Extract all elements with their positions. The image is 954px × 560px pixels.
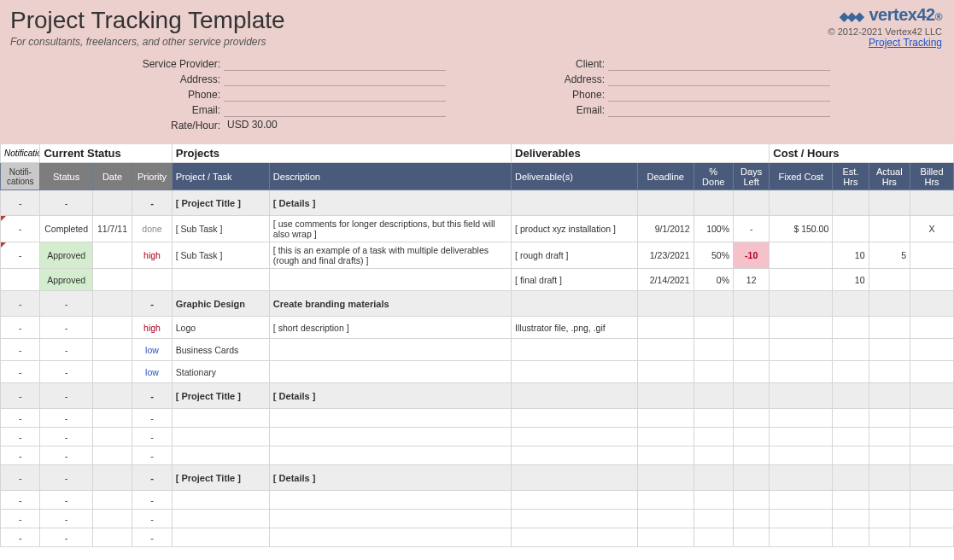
cell-status[interactable]: - [40,510,92,528]
cell-fixed-cost[interactable] [770,528,833,547]
cell-deadline[interactable] [637,383,694,409]
cell-priority[interactable]: high [132,242,173,269]
cell-deliverable[interactable] [512,339,638,361]
cell-date[interactable] [92,317,132,339]
cell-fixed-cost[interactable]: $ 150.00 [770,216,833,242]
cell-deadline[interactable] [637,428,694,446]
cell-description[interactable]: [ use comments for longer descriptions, … [269,216,511,242]
cell-actual-hrs[interactable] [869,491,910,510]
col-date[interactable]: Date [92,163,132,190]
cell-fixed-cost[interactable] [770,339,833,361]
cell-billed-hrs[interactable] [910,269,954,291]
cell-description[interactable] [269,428,511,446]
cell-notification[interactable]: - [1,190,40,216]
cell-days-left[interactable] [733,361,769,383]
cell-deadline[interactable]: 1/23/2021 [637,242,694,269]
col-fixed-cost[interactable]: Fixed Cost [770,163,833,190]
cell-pct-done[interactable]: 100% [694,216,733,242]
cell-notification[interactable] [1,269,40,291]
cell-billed-hrs[interactable] [910,317,954,339]
cell-days-left[interactable] [733,528,769,547]
cell-date[interactable] [92,446,132,465]
cell-deliverable[interactable] [512,291,638,317]
cell-days-left[interactable]: -10 [733,242,769,269]
cell-pct-done[interactable] [694,510,733,528]
cell-actual-hrs[interactable] [869,269,910,291]
cell-fixed-cost[interactable] [770,317,833,339]
cell-deliverable[interactable] [512,510,638,528]
cell-task[interactable] [172,446,269,465]
cell-actual-hrs[interactable] [869,291,910,317]
cell-status[interactable]: - [40,383,92,409]
cell-actual-hrs[interactable] [869,339,910,361]
cell-date[interactable] [92,190,132,216]
cell-status[interactable]: - [40,291,92,317]
cell-billed-hrs[interactable] [910,242,954,269]
cell-description[interactable]: [ Details ] [269,383,511,409]
cell-est-hrs[interactable] [833,446,869,465]
info-value[interactable] [608,57,830,71]
info-value[interactable] [224,57,446,71]
cell-pct-done[interactable] [694,446,733,465]
cell-deadline[interactable] [637,510,694,528]
cell-date[interactable] [92,510,132,528]
cell-days-left[interactable] [733,339,769,361]
cell-status[interactable]: - [40,190,92,216]
cell-description[interactable] [269,409,511,428]
cell-task[interactable]: Business Cards [172,339,269,361]
cell-date[interactable] [92,428,132,446]
cell-deliverable[interactable] [512,428,638,446]
cell-est-hrs[interactable] [833,465,869,491]
cell-days-left[interactable] [733,383,769,409]
cell-days-left[interactable] [733,446,769,465]
cell-est-hrs[interactable] [833,409,869,428]
cell-days-left[interactable] [733,409,769,428]
cell-description[interactable]: [ this is an example of a task with mult… [269,242,511,269]
cell-est-hrs[interactable]: 10 [833,242,869,269]
cell-fixed-cost[interactable] [770,510,833,528]
cell-deliverable[interactable]: Illustrator file, .png, .gif [512,317,638,339]
cell-notification[interactable]: - [1,510,40,528]
cell-status[interactable]: Approved [40,269,92,291]
cell-actual-hrs[interactable] [869,317,910,339]
cell-notification[interactable]: - [1,528,40,547]
cell-deliverable[interactable] [512,465,638,491]
cell-task[interactable] [172,269,269,291]
cell-est-hrs[interactable] [833,339,869,361]
cell-actual-hrs[interactable] [869,216,910,242]
cell-task[interactable]: Stationary [172,361,269,383]
info-value[interactable] [608,73,830,86]
cell-fixed-cost[interactable] [770,190,833,216]
col-pct-done[interactable]: % Done [694,163,733,190]
cell-actual-hrs[interactable] [869,446,910,465]
cell-est-hrs[interactable] [833,383,869,409]
cell-notification[interactable]: - [1,216,40,242]
cell-priority[interactable]: low [132,361,173,383]
cell-priority[interactable]: - [132,190,173,216]
cell-actual-hrs[interactable] [869,465,910,491]
cell-status[interactable]: - [40,446,92,465]
cell-priority[interactable]: - [132,446,173,465]
cell-pct-done[interactable] [694,528,733,547]
cell-task[interactable]: Logo [172,317,269,339]
cell-est-hrs[interactable] [833,491,869,510]
cell-billed-hrs[interactable] [910,465,954,491]
cell-actual-hrs[interactable] [869,361,910,383]
cell-task[interactable] [172,428,269,446]
cell-priority[interactable]: - [132,465,173,491]
cell-task[interactable] [172,510,269,528]
cell-actual-hrs[interactable] [869,190,910,216]
cell-fixed-cost[interactable] [770,465,833,491]
cell-status[interactable]: Approved [40,242,92,269]
cell-deliverable[interactable] [512,409,638,428]
cell-deliverable[interactable] [512,446,638,465]
cell-deliverable[interactable] [512,190,638,216]
cell-priority[interactable]: - [132,409,173,428]
cell-status[interactable]: - [40,428,92,446]
cell-days-left[interactable] [733,510,769,528]
cell-actual-hrs[interactable] [869,409,910,428]
cell-task[interactable]: Graphic Design [172,291,269,317]
cell-est-hrs[interactable]: 10 [833,269,869,291]
col-billed-hrs[interactable]: Billed Hrs [910,163,954,190]
cell-deadline[interactable]: 2/14/2021 [637,269,694,291]
